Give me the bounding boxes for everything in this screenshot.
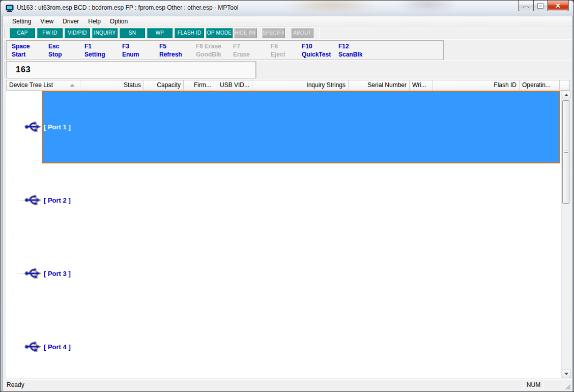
vertical-scrollbar[interactable] xyxy=(561,91,570,378)
column-flash-id[interactable]: Flash ID xyxy=(433,80,520,90)
app-icon[interactable] xyxy=(6,4,14,12)
toolbar-about-button: ABOUT xyxy=(291,28,313,38)
hotkey-f8-eject: F8Eject xyxy=(271,42,285,59)
selected-row-highlight[interactable] xyxy=(42,91,560,163)
column-device-tree-list[interactable]: Device Tree List xyxy=(7,80,80,90)
tree-item-port-2[interactable]: [ Port 2 ] xyxy=(44,197,71,204)
device-count-value: 163 xyxy=(16,65,31,74)
scrollbar-thumb[interactable] xyxy=(562,100,569,204)
hotkey-key: Space xyxy=(12,42,30,50)
column-firmware[interactable]: Firm... xyxy=(184,80,214,90)
hotkey-f1-setting[interactable]: F1Setting xyxy=(84,42,105,59)
toolbar-inquiry-button[interactable]: INQUIRY xyxy=(92,28,118,38)
hotkey-action: ScanBlk xyxy=(338,50,362,59)
hotkey-key: F5 xyxy=(159,42,182,50)
band-separator xyxy=(256,61,256,78)
hotkey-key: F6 Erase xyxy=(196,42,221,50)
toolbar-specific-button: SPECIFIC xyxy=(262,28,285,38)
hotkey-f10-quicktest[interactable]: F10QuickTest xyxy=(302,42,331,59)
hotkey-band-grip[interactable] xyxy=(4,41,5,59)
toolbar-band-edge xyxy=(319,27,320,39)
close-icon: ✕ xyxy=(555,3,561,9)
band-separator xyxy=(3,27,572,27)
tree-item-port-1[interactable]: [ Port 1 ] xyxy=(44,123,71,131)
device-tree-list: [ Port 1 ] [ Port 2 ] [ Port 3 ] [ Port … xyxy=(6,91,561,378)
toolbar-opmode-button[interactable]: OP MODE xyxy=(206,28,233,38)
caption-buttons: ✕ xyxy=(518,1,569,12)
hotkey-f7-erase: F7Erase xyxy=(233,42,250,59)
hotkey-esc-stop[interactable]: EscStop xyxy=(48,42,62,59)
status-message: Ready xyxy=(7,381,24,388)
column-label: Device Tree List xyxy=(9,81,53,89)
statusbar-separator xyxy=(523,381,524,390)
resize-grip[interactable] xyxy=(564,383,571,390)
menu-bar: Setting View Driver Help Option xyxy=(3,16,572,26)
title-bar[interactable]: Ut163 : ut63rom.esp BCD : bcdrom.esp FP … xyxy=(1,1,573,16)
toolbar-hideinfo-button: HIDE INFO xyxy=(234,28,257,38)
scroll-down-button[interactable] xyxy=(562,370,570,378)
hotkey-f12-scanblk[interactable]: F12ScanBlk xyxy=(338,42,362,59)
hotkey-action: QuickTest xyxy=(302,50,331,59)
toolbar-sn-button[interactable]: SN xyxy=(120,28,145,38)
status-bar: Ready NUM xyxy=(3,379,572,391)
tree-item-port-3[interactable]: [ Port 3 ] xyxy=(44,270,71,277)
hotkey-f3-enum[interactable]: F3Enum xyxy=(122,42,139,59)
toolbar-fwid-button[interactable]: FW ID xyxy=(37,28,63,38)
hotkey-key: F3 xyxy=(122,42,139,50)
aero-glass-reflection xyxy=(397,1,458,12)
column-operating[interactable]: Operatin... xyxy=(520,80,560,90)
minimize-icon xyxy=(523,7,529,8)
counter-band-grip[interactable] xyxy=(4,62,5,77)
column-usb-vid[interactable]: USB VID... xyxy=(214,80,252,90)
statusbar-separator xyxy=(498,381,498,390)
arrow-up-icon xyxy=(564,94,568,96)
hotkey-f6-goodblk: F6 EraseGoodBlk xyxy=(196,42,221,59)
statusbar-separator xyxy=(543,381,544,390)
toolbar-flashid-button[interactable]: FLASH ID xyxy=(175,28,204,38)
hotkey-action: Start xyxy=(12,50,30,59)
hotkey-action: Eject xyxy=(271,50,285,59)
minimize-button[interactable] xyxy=(518,1,533,11)
column-capacity[interactable]: Capacity xyxy=(144,80,184,90)
hotkey-key: F7 xyxy=(233,42,250,50)
num-lock-indicator: NUM xyxy=(524,381,543,388)
close-button[interactable]: ✕ xyxy=(548,1,569,11)
band-separator xyxy=(3,39,572,40)
usb-icon xyxy=(24,341,41,353)
column-status[interactable]: Status xyxy=(80,80,144,90)
hotkey-action: Erase xyxy=(233,50,250,59)
toolbar-wp-button[interactable]: WP xyxy=(147,28,173,38)
maximize-button[interactable] xyxy=(533,1,548,11)
device-count-panel: 163 xyxy=(6,61,256,78)
hotkey-key: F1 xyxy=(84,42,105,50)
hotkey-action: Enum xyxy=(122,50,139,59)
tree-line xyxy=(14,200,25,201)
band-separator xyxy=(3,60,572,61)
tree-line xyxy=(14,273,25,274)
column-inquiry-strings[interactable]: Inquiry Strings xyxy=(252,80,349,90)
column-write[interactable]: Wri... xyxy=(410,80,433,90)
column-serial-number[interactable]: Serial Number xyxy=(349,80,410,90)
sort-ascending-icon xyxy=(70,84,75,87)
menu-setting[interactable]: Setting xyxy=(8,17,36,26)
maximize-icon xyxy=(538,4,543,8)
hotkey-f5-refresh[interactable]: F5Refresh xyxy=(159,42,182,59)
app-window: Ut163 : ut63rom.esp BCD : bcdrom.esp FP … xyxy=(0,0,574,392)
menu-view[interactable]: View xyxy=(36,17,58,26)
toolbar-vidpid-button[interactable]: VID/PID xyxy=(65,28,90,38)
tree-line xyxy=(14,127,25,127)
tree-item-port-4[interactable]: [ Port 4 ] xyxy=(44,343,71,351)
hotkey-key: F8 xyxy=(271,42,285,50)
hotkey-space-start[interactable]: SpaceStart xyxy=(12,42,30,59)
menu-driver[interactable]: Driver xyxy=(58,17,83,26)
scroll-up-button[interactable] xyxy=(562,91,570,99)
hotkey-key: F12 xyxy=(338,42,362,50)
aero-glass-reflection xyxy=(285,1,377,13)
usb-icon xyxy=(24,267,41,279)
toolbar-cap-button[interactable]: CAP xyxy=(10,28,35,38)
menu-help[interactable]: Help xyxy=(83,17,105,26)
toolbar-grip[interactable] xyxy=(4,29,5,38)
usb-icon xyxy=(24,194,41,206)
menu-option[interactable]: Option xyxy=(105,17,132,26)
hotkey-key: Esc xyxy=(48,42,62,50)
